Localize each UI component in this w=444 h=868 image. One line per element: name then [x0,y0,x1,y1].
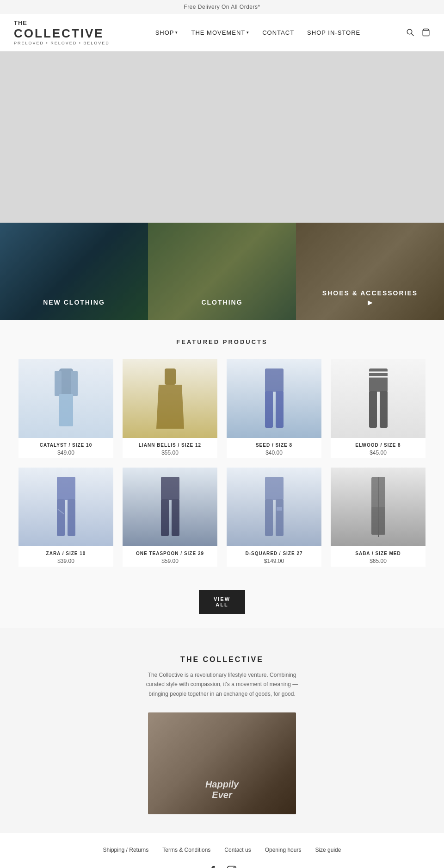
facebook-icon[interactable] [207,865,217,868]
product-info: SABA / SIZE MED $65.00 [331,546,426,567]
product-image [331,359,426,438]
product-card[interactable]: ELWOOD / SIZE 8 $45.00 [331,359,426,458]
product-name: ONE TEASPOON / SIZE 29 [123,551,217,556]
product-price: $40.00 [227,450,321,456]
product-price: $55.00 [123,450,217,456]
main-nav: SHOP ▾ THE MOVEMENT ▾ CONTACT SHOP IN-ST… [155,29,361,36]
product-info: LIANN BELLIS / SIZE 12 $55.00 [123,438,217,458]
footer-link[interactable]: Contact us [224,847,251,853]
svg-point-0 [407,29,412,34]
logo-tagline: PRELOVED • RELOVED • BELOVED [14,41,110,45]
product-image [227,359,321,438]
product-image [123,359,217,438]
svg-rect-4 [55,371,62,396]
view-all-button[interactable]: VIEWALL [199,590,245,614]
svg-rect-7 [165,368,176,385]
logo[interactable]: THE COLLECTIVE PRELOVED • RELOVED • BELO… [14,19,110,45]
product-card[interactable]: ONE TEASPOON / SIZE 29 $59.00 [123,468,217,567]
svg-rect-11 [276,391,284,428]
svg-rect-21 [161,477,179,500]
svg-rect-5 [71,371,78,396]
product-card[interactable]: ZARA / SIZE 10 $39.00 [18,468,113,567]
product-info: ONE TEASPOON / SIZE 29 $59.00 [123,546,217,567]
banner-text: Free Delivery On All Orders* [184,4,260,10]
svg-marker-8 [156,385,184,429]
category-clothing[interactable]: CLOTHING [148,223,296,320]
svg-rect-10 [265,391,273,428]
nav-contact[interactable]: CONTACT [262,29,294,36]
about-title: THE COLLECTIVE [180,656,264,664]
footer-link[interactable]: Size guide [315,847,341,853]
product-info: ZARA / SIZE 10 $39.00 [18,546,113,567]
view-all-section: VIEWALL [0,576,444,628]
svg-rect-6 [59,394,73,426]
svg-rect-9 [265,368,284,392]
hero-banner [0,51,444,223]
nav-shop[interactable]: SHOP ▾ [155,29,179,36]
product-image [227,468,321,546]
product-price: $65.00 [331,558,426,564]
about-image: HappilyEver [148,712,296,814]
svg-rect-26 [276,499,284,536]
product-price: $39.00 [18,558,113,564]
product-info: ELWOOD / SIZE 8 $45.00 [331,438,426,458]
product-name: ZARA / SIZE 10 [18,551,113,556]
footer-link[interactable]: Terms & Conditions [162,847,210,853]
logo-collective: COLLECTIVE [14,26,104,41]
nav-the-movement[interactable]: THE MOVEMENT ▾ [191,29,249,36]
instagram-icon[interactable] [227,865,237,868]
product-image [331,468,426,546]
footer-links: Shipping / ReturnsTerms & ConditionsCont… [0,833,444,861]
header: THE COLLECTIVE PRELOVED • RELOVED • BELO… [0,14,444,51]
footer-link[interactable]: Shipping / Returns [103,847,149,853]
svg-rect-27 [277,507,282,511]
featured-section: FEATURED PRODUCTS CATALYST / SIZE 10 $49… [0,320,444,576]
featured-title: FEATURED PRODUCTS [18,338,426,345]
svg-rect-13 [369,391,377,428]
categories-section: NEW CLOTHING CLOTHING SHOES & ACCESSORIE… [0,223,444,320]
about-section: THE COLLECTIVE The Collective is a revol… [0,628,444,833]
svg-rect-14 [380,391,388,428]
product-name: SEED / SIZE 8 [227,443,321,448]
chevron-down-icon: ▾ [247,30,249,35]
products-grid: CATALYST / SIZE 10 $49.00 LIANN BELLIS /… [18,359,426,567]
about-description: The Collective is a revolutionary lifest… [139,670,305,699]
product-info: D-SQUARED / SIZE 27 $149.00 [227,546,321,567]
footer-social [0,861,444,868]
cart-icon[interactable] [422,28,430,37]
category-shoes-accessories[interactable]: SHOES & ACCESSORIES ▶ [296,223,444,320]
header-icons [406,28,430,37]
top-banner: Free Delivery On All Orders* [0,0,444,14]
product-name: SABA / SIZE MED [331,551,426,556]
svg-line-1 [411,33,413,36]
product-card[interactable]: LIANN BELLIS / SIZE 12 $55.00 [123,359,217,458]
svg-rect-25 [265,499,273,536]
product-price: $49.00 [18,450,113,456]
product-card[interactable]: SABA / SIZE MED $65.00 [331,468,426,567]
product-info: CATALYST / SIZE 10 $49.00 [18,438,113,458]
about-image-text: HappilyEver [205,779,239,800]
chevron-down-icon: ▾ [175,30,178,35]
product-card[interactable]: SEED / SIZE 8 $40.00 [227,359,321,458]
svg-rect-23 [172,499,179,536]
product-name: ELWOOD / SIZE 8 [331,443,426,448]
product-name: CATALYST / SIZE 10 [18,443,113,448]
product-price: $45.00 [331,450,426,456]
footer-link[interactable]: Opening hours [265,847,302,853]
product-image [18,359,113,438]
product-card[interactable]: CATALYST / SIZE 10 $49.00 [18,359,113,458]
product-price: $149.00 [227,558,321,564]
play-icon: ▶ [368,299,373,306]
product-name: LIANN BELLIS / SIZE 12 [123,443,217,448]
logo-the: THE [14,19,27,26]
svg-rect-18 [57,499,65,536]
product-price: $59.00 [123,558,217,564]
nav-shop-in-store[interactable]: SHOP IN-STORE [307,29,360,36]
svg-rect-19 [68,499,75,536]
search-icon[interactable] [406,28,414,37]
product-card[interactable]: D-SQUARED / SIZE 27 $149.00 [227,468,321,567]
product-info: SEED / SIZE 8 $40.00 [227,438,321,458]
product-image [123,468,217,546]
product-name: D-SQUARED / SIZE 27 [227,551,321,556]
category-new-clothing[interactable]: NEW CLOTHING [0,223,148,320]
